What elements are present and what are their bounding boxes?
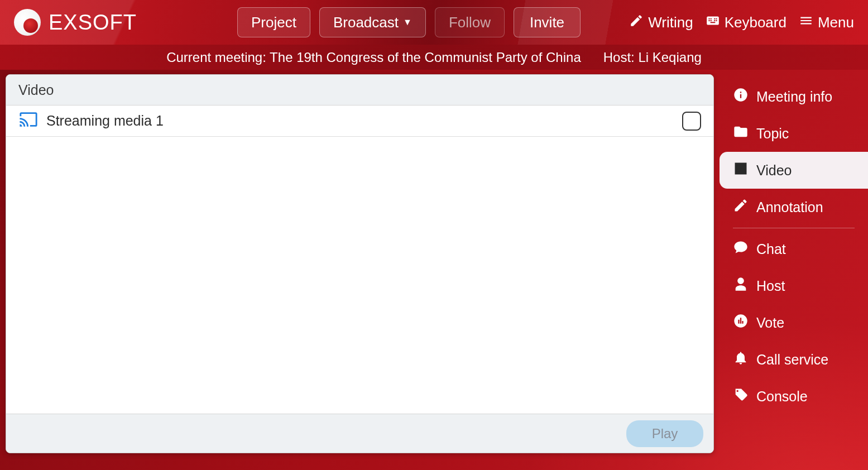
- edit-icon: [629, 13, 644, 32]
- cast-icon: [18, 110, 39, 132]
- header-buttons: Project Broadcast▼ Follow Invite: [237, 7, 581, 37]
- bell-icon: [733, 350, 749, 369]
- sidebar-item-meeting-info[interactable]: Meeting info: [720, 78, 868, 115]
- sidebar-item-label: Meeting info: [756, 89, 832, 105]
- sidebar: Meeting info Topic Video Annotation Chat: [720, 70, 868, 470]
- film-icon: [733, 161, 749, 180]
- panel-title: Video: [6, 75, 713, 105]
- sidebar-item-label: Vote: [756, 315, 784, 331]
- sidebar-item-label: Annotation: [756, 199, 823, 215]
- keyboard-label: Keyboard: [725, 14, 787, 31]
- brand-logo-icon: [14, 9, 41, 36]
- play-button[interactable]: Play: [626, 420, 703, 447]
- media-checkbox[interactable]: [682, 112, 701, 131]
- sidebar-separator: [733, 228, 855, 228]
- chat-icon: [733, 239, 749, 258]
- person-icon: [733, 276, 749, 295]
- current-meeting-label: Current meeting: The 19th Congress of th…: [166, 50, 581, 65]
- sidebar-item-vote[interactable]: Vote: [720, 304, 868, 341]
- info-bar: Current meeting: The 19th Congress of th…: [0, 45, 868, 70]
- project-button[interactable]: Project: [237, 7, 310, 37]
- media-row[interactable]: Streaming media 1: [6, 105, 713, 137]
- panel-footer: Play: [6, 414, 713, 453]
- sidebar-item-label: Video: [756, 162, 792, 179]
- sidebar-item-chat[interactable]: Chat: [720, 231, 868, 267]
- main-panel: Video Streaming media 1 Play: [6, 74, 714, 453]
- chart-icon: [733, 313, 749, 332]
- app: EXSOFT Project Broadcast▼ Follow Invite …: [0, 0, 868, 470]
- header: EXSOFT Project Broadcast▼ Follow Invite …: [0, 0, 868, 45]
- body: Video Streaming media 1 Play Meeting inf…: [0, 70, 868, 470]
- panel-body: Streaming media 1: [6, 105, 713, 414]
- sidebar-item-console[interactable]: Console: [720, 378, 868, 415]
- brand-name: EXSOFT: [49, 11, 137, 35]
- menu-icon: [799, 13, 813, 32]
- sidebar-item-topic[interactable]: Topic: [720, 115, 868, 152]
- writing-label: Writing: [648, 14, 693, 31]
- follow-button[interactable]: Follow: [435, 7, 505, 37]
- chevron-down-icon: ▼: [403, 17, 412, 27]
- sidebar-item-label: Host: [756, 278, 785, 294]
- media-label: Streaming media 1: [46, 113, 164, 129]
- sidebar-item-host[interactable]: Host: [720, 267, 868, 304]
- keyboard-button[interactable]: Keyboard: [706, 13, 787, 32]
- sidebar-item-label: Topic: [756, 126, 789, 142]
- menu-button[interactable]: Menu: [799, 13, 854, 32]
- sidebar-item-label: Call service: [756, 352, 828, 368]
- host-label: Host: Li Keqiang: [603, 50, 702, 65]
- brand: EXSOFT: [14, 9, 137, 36]
- sidebar-item-label: Console: [756, 389, 808, 405]
- header-right: Writing Keyboard Menu: [629, 13, 854, 32]
- sidebar-item-call-service[interactable]: Call service: [720, 341, 868, 378]
- invite-button[interactable]: Invite: [514, 7, 581, 37]
- sidebar-item-video[interactable]: Video: [720, 152, 868, 189]
- info-icon: [733, 87, 749, 106]
- sidebar-item-label: Chat: [756, 241, 786, 257]
- tag-icon: [733, 387, 749, 406]
- broadcast-button[interactable]: Broadcast▼: [319, 7, 426, 37]
- menu-label: Menu: [818, 14, 854, 31]
- sidebar-item-annotation[interactable]: Annotation: [720, 189, 868, 226]
- writing-button[interactable]: Writing: [629, 13, 693, 32]
- edit-icon: [733, 198, 749, 217]
- keyboard-icon: [706, 13, 720, 32]
- folder-icon: [733, 124, 749, 143]
